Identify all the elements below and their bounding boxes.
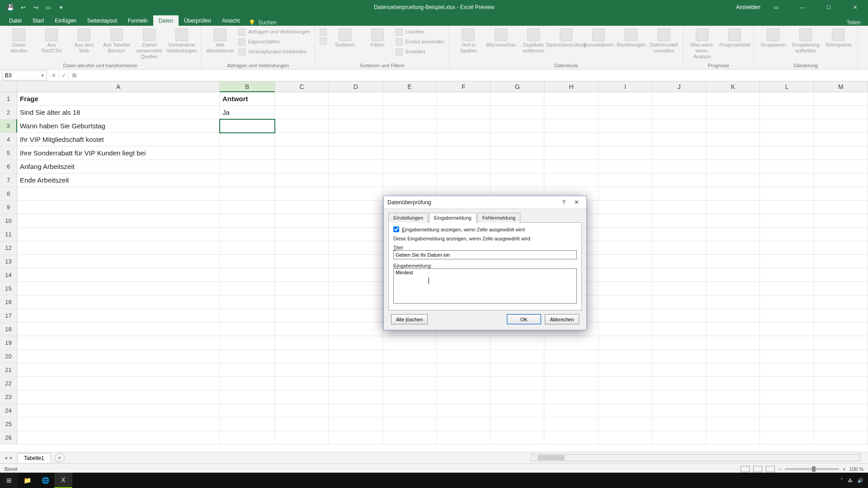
cell-K18[interactable]	[706, 323, 760, 336]
cell-E24[interactable]	[383, 404, 437, 418]
cell-B1[interactable]: Antwort	[220, 92, 275, 106]
cell-B9[interactable]	[220, 201, 275, 214]
cell-K6[interactable]	[706, 160, 760, 174]
cell-I24[interactable]	[599, 404, 652, 418]
row-header-25[interactable]: 25	[0, 418, 17, 431]
btn-datenmodell[interactable]: Datenmodell verwalten	[648, 28, 679, 55]
cell-D5[interactable]	[329, 146, 382, 160]
cell-C21[interactable]	[275, 363, 329, 377]
cell-J6[interactable]	[652, 160, 706, 174]
cell-D26[interactable]	[329, 431, 382, 445]
cell-L16[interactable]	[760, 296, 814, 309]
cell-J22[interactable]	[652, 377, 706, 390]
cell-E6[interactable]	[383, 160, 437, 174]
cell-J24[interactable]	[652, 404, 706, 418]
cell-C12[interactable]	[275, 241, 329, 255]
cell-K21[interactable]	[706, 363, 760, 377]
cell-K17[interactable]	[706, 309, 760, 323]
cell-B21[interactable]	[220, 363, 275, 377]
dialog-tab-eingabemeldung[interactable]: Eingabemeldung	[429, 213, 476, 223]
cell-C23[interactable]	[275, 390, 329, 404]
cell-L21[interactable]	[760, 363, 814, 377]
row-header-5[interactable]: 5	[0, 146, 17, 160]
cell-G4[interactable]	[491, 133, 544, 146]
cell-H7[interactable]	[544, 174, 598, 187]
cell-C15[interactable]	[275, 282, 329, 296]
row-header-10[interactable]: 10	[0, 214, 17, 228]
cell-M5[interactable]	[814, 146, 868, 160]
btn-text-in-spalten[interactable]: Text in Spalten	[453, 28, 484, 55]
tab-datei[interactable]: Datei	[4, 15, 27, 26]
cell-I10[interactable]	[599, 214, 652, 228]
cell-D7[interactable]	[329, 174, 382, 187]
cell-F23[interactable]	[437, 390, 491, 404]
cell-H6[interactable]	[544, 160, 598, 174]
cell-M6[interactable]	[814, 160, 868, 174]
tab-ansicht[interactable]: Ansicht	[217, 15, 245, 26]
cell-J18[interactable]	[652, 323, 706, 336]
cell-K4[interactable]	[706, 133, 760, 146]
cell-H26[interactable]	[544, 431, 598, 445]
btn-loeschen[interactable]: Löschen	[395, 28, 445, 37]
row-header-26[interactable]: 26	[0, 431, 17, 445]
cell-I3[interactable]	[599, 119, 652, 133]
tab-formeln[interactable]: Formeln	[123, 15, 153, 26]
cell-M2[interactable]	[814, 106, 868, 119]
cell-A7[interactable]: Ende Arbeitszeit	[17, 174, 220, 187]
minimize-icon[interactable]: —	[792, 0, 813, 14]
cell-M3[interactable]	[814, 119, 868, 133]
cell-B22[interactable]	[220, 377, 275, 390]
cell-M21[interactable]	[814, 363, 868, 377]
cell-H25[interactable]	[544, 418, 598, 431]
cell-K1[interactable]	[706, 92, 760, 106]
row-header-9[interactable]: 9	[0, 201, 17, 214]
btn-sort-za[interactable]	[319, 37, 328, 46]
cell-M7[interactable]	[814, 174, 868, 187]
column-header-J[interactable]: J	[652, 81, 706, 92]
cell-K8[interactable]	[706, 187, 760, 201]
ok-button[interactable]: OK	[507, 314, 541, 324]
btn-was-waere-wenn[interactable]: Was-wäre-wenn-Analyse	[687, 28, 717, 61]
redo-icon[interactable]: ↪	[31, 2, 41, 12]
cell-J17[interactable]	[652, 309, 706, 323]
cell-I1[interactable]	[599, 92, 652, 106]
cell-L17[interactable]	[760, 309, 814, 323]
cell-G1[interactable]	[491, 92, 544, 106]
cell-I12[interactable]	[599, 241, 652, 255]
ribbon-options-icon[interactable]: ▭	[766, 0, 787, 14]
cell-H20[interactable]	[544, 350, 598, 363]
cell-J7[interactable]	[652, 174, 706, 187]
btn-blitzvorschau[interactable]: Blitzvorschau	[486, 28, 516, 49]
cell-B26[interactable]	[220, 431, 275, 445]
row-header-8[interactable]: 8	[0, 187, 17, 201]
cell-E5[interactable]	[383, 146, 437, 160]
btn-daten-abrufen[interactable]: Daten abrufen	[4, 28, 34, 55]
row-header-18[interactable]: 18	[0, 323, 17, 336]
dialog-tab-fehlermeldung[interactable]: Fehlermeldung	[477, 213, 520, 223]
cell-G19[interactable]	[491, 336, 544, 350]
cell-J14[interactable]	[652, 268, 706, 282]
cell-J26[interactable]	[652, 431, 706, 445]
cell-M24[interactable]	[814, 404, 868, 418]
cell-H2[interactable]	[544, 106, 598, 119]
cell-K12[interactable]	[706, 241, 760, 255]
cell-F7[interactable]	[437, 174, 491, 187]
cell-D21[interactable]	[329, 363, 382, 377]
cell-D6[interactable]	[329, 160, 382, 174]
cell-K15[interactable]	[706, 282, 760, 296]
cell-L1[interactable]	[760, 92, 814, 106]
cell-C17[interactable]	[275, 309, 329, 323]
cell-A23[interactable]	[17, 390, 220, 404]
column-header-M[interactable]: M	[814, 81, 868, 92]
cell-D10[interactable]	[329, 214, 382, 228]
cell-G7[interactable]	[491, 174, 544, 187]
cell-B11[interactable]	[220, 228, 275, 241]
cell-L3[interactable]	[760, 119, 814, 133]
cell-F21[interactable]	[437, 363, 491, 377]
cell-F19[interactable]	[437, 336, 491, 350]
cell-M14[interactable]	[814, 268, 868, 282]
cell-I14[interactable]	[599, 268, 652, 282]
cell-I21[interactable]	[599, 363, 652, 377]
qat-dropdown-icon[interactable]: ▾	[56, 2, 66, 12]
cell-K14[interactable]	[706, 268, 760, 282]
